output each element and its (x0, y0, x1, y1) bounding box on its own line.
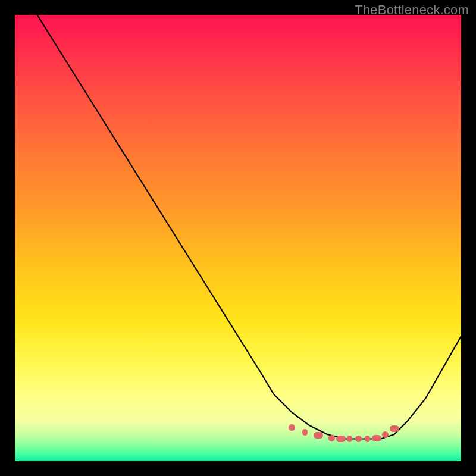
curve-path (37, 15, 462, 439)
chart-frame: TheBottleneck.com (0, 0, 476, 476)
optimal-marker (314, 432, 323, 439)
optimal-marker (382, 431, 389, 438)
optimal-marker (328, 435, 335, 441)
optimal-marker (289, 424, 295, 431)
optimal-marker (355, 436, 362, 442)
optimal-marker (390, 425, 399, 432)
watermark-text: TheBottleneck.com (355, 2, 469, 18)
plot-area (15, 15, 461, 461)
bottleneck-curve (15, 15, 461, 461)
optimal-marker (302, 429, 308, 436)
optimal-marker (336, 436, 346, 442)
optimal-marker (372, 435, 381, 441)
optimal-marker (365, 436, 370, 442)
optimal-marker (347, 436, 352, 442)
